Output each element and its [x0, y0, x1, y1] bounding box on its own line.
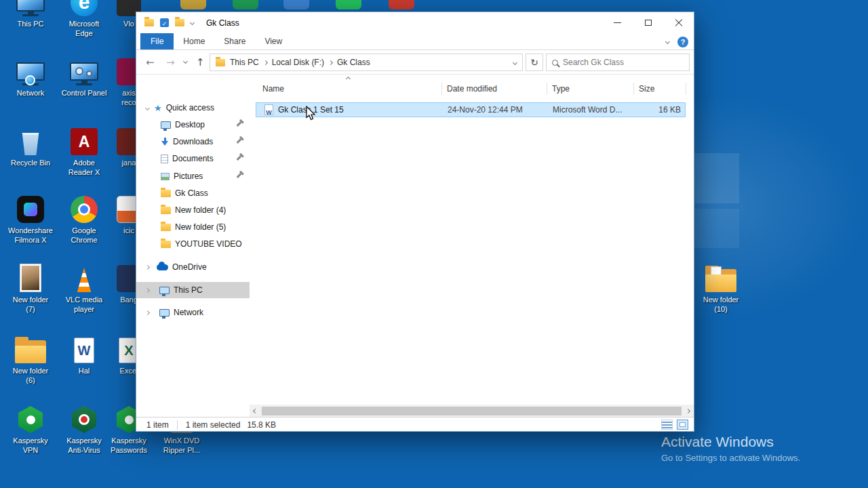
tab-home[interactable]: Home: [174, 33, 214, 49]
close-icon: [675, 19, 683, 27]
column-header-size[interactable]: Size: [639, 80, 654, 98]
edge-icon: [58, 0, 110, 16]
pin-icon: [237, 155, 242, 161]
expand-ribbon-icon[interactable]: [665, 39, 670, 44]
column-header-name[interactable]: Name: [262, 80, 284, 98]
tab-view[interactable]: View: [255, 33, 292, 49]
desktop-icon-this-pc[interactable]: This PC: [5, 0, 56, 28]
sidebar-item-desktop[interactable]: Desktop: [136, 117, 250, 133]
partial-desktop-icon[interactable]: [389, 0, 414, 9]
partial-desktop-icon[interactable]: [283, 0, 309, 9]
column-divider[interactable]: [441, 83, 442, 95]
desktop-icon-vlc[interactable]: VLC media player: [58, 262, 110, 314]
horizontal-scrollbar[interactable]: [250, 405, 694, 417]
desktop-icon-new-folder-7[interactable]: New folder (7): [5, 262, 56, 314]
tab-share[interactable]: Share: [214, 33, 255, 49]
back-button[interactable]: ←: [146, 56, 155, 68]
address-bar[interactable]: This PC Local Disk (F:) Gk Class: [210, 54, 523, 71]
desktop-icon-kaspersky-antivirus[interactable]: Kaspersky Anti-Virus: [58, 403, 110, 455]
help-icon[interactable]: [677, 37, 688, 47]
scroll-right-arrow-icon[interactable]: [682, 409, 694, 413]
breadcrumb-gk-class[interactable]: Gk Class: [337, 58, 370, 67]
file-row-selected[interactable]: Gk Class 1 Set 15 24-Nov-20 12:44 PM Mic…: [256, 102, 686, 117]
desktop-icon-chrome[interactable]: Google Chrome: [58, 193, 110, 245]
breadcrumb-separator-icon[interactable]: [328, 60, 333, 64]
breadcrumb-local-disk-f[interactable]: Local Disk (F:): [272, 58, 324, 67]
scrollbar-thumb[interactable]: [262, 407, 682, 415]
sidebar-item-new-folder-4[interactable]: New folder (4): [136, 202, 250, 218]
column-divider[interactable]: [633, 83, 634, 95]
partial-desktop-icon[interactable]: [180, 0, 206, 9]
tab-file[interactable]: File: [140, 33, 174, 49]
word-file-icon: [264, 104, 273, 115]
sidebar-item-new-folder-5[interactable]: New folder (5): [136, 219, 250, 235]
recycle-bin-icon: [5, 125, 56, 155]
chevron-right-icon[interactable]: [145, 310, 150, 314]
desktop-icon-network[interactable]: Network: [5, 56, 56, 98]
sidebar-item-quick-access[interactable]: ★ Quick access: [136, 100, 250, 116]
scroll-left-arrow-icon[interactable]: [250, 409, 261, 413]
pictures-icon: [161, 173, 170, 180]
sidebar-item-youtube-video[interactable]: YOUTUBE VIDEO: [136, 236, 250, 252]
recent-locations-icon[interactable]: [183, 59, 188, 64]
desktop-icon-new-folder-10[interactable]: New folder (10): [695, 262, 747, 314]
folder-icon: [695, 262, 747, 292]
qat-check-icon[interactable]: [160, 18, 169, 27]
desktop-icon-kaspersky-vpn[interactable]: Kaspersky VPN: [5, 403, 56, 455]
desktop-icon-filmora[interactable]: Wondershare Filmora X: [5, 193, 56, 245]
desktop-icon-label: New folder (7): [8, 295, 53, 314]
desktop-icon-hal[interactable]: Hal: [58, 333, 110, 375]
up-button[interactable]: ↑: [196, 56, 205, 68]
folder-mini-icon: [161, 241, 171, 248]
desktop-icon-edge[interactable]: Microsoft Edge: [58, 0, 110, 38]
quick-access-toolbar: [144, 18, 194, 27]
column-header-date-modified[interactable]: Date modified: [447, 80, 497, 98]
chevron-right-icon[interactable]: [145, 287, 150, 292]
sidebar-item-gk-class[interactable]: Gk Class: [136, 185, 250, 201]
desktop-icon-recycle-bin[interactable]: Recycle Bin: [5, 125, 56, 167]
breadcrumb-this-pc[interactable]: This PC: [230, 58, 259, 67]
desktop-icon-control-panel[interactable]: Control Panel: [58, 56, 110, 98]
desktop-icon-label: Recycle Bin: [5, 158, 56, 167]
chevron-right-icon[interactable]: [145, 264, 150, 269]
sidebar-item-downloads[interactable]: Downloads: [136, 134, 250, 150]
qat-folder-icon[interactable]: [175, 19, 184, 26]
search-icon: [552, 60, 558, 66]
partial-desktop-icon[interactable]: [336, 0, 361, 9]
column-divider[interactable]: [686, 83, 686, 95]
details-view-icon[interactable]: [661, 420, 673, 430]
maximize-button[interactable]: [633, 12, 663, 33]
minimize-button[interactable]: [602, 12, 633, 33]
documents-icon: [161, 155, 168, 163]
column-header-type[interactable]: Type: [552, 80, 570, 98]
sidebar-item-label: New folder (4): [175, 205, 226, 215]
search-input[interactable]: [563, 58, 684, 67]
activate-line1: Activate Windows: [661, 434, 800, 450]
ribbon-tab-bar: File Home Share View: [136, 33, 694, 50]
sidebar-item-documents[interactable]: Documents: [136, 150, 250, 167]
search-box: [546, 54, 690, 71]
desktop-icon-label: WinX DVD Ripper Pl...: [159, 436, 204, 455]
forward-button[interactable]: →: [166, 56, 175, 68]
chevron-down-icon[interactable]: [145, 105, 150, 110]
sidebar-item-this-pc[interactable]: This PC: [136, 282, 250, 298]
address-dropdown-icon[interactable]: [513, 60, 517, 64]
refresh-button[interactable]: ↻: [526, 54, 543, 71]
status-item-count: 1 item: [146, 420, 169, 430]
sidebar-item-network[interactable]: Network: [136, 304, 250, 321]
breadcrumb-separator-icon[interactable]: [263, 60, 268, 64]
close-button[interactable]: [663, 12, 694, 33]
sidebar-item-onedrive[interactable]: OneDrive: [136, 259, 250, 275]
desktop-icon-adobe-reader[interactable]: Adobe Reader X: [58, 125, 110, 177]
file-type: Microsoft Word D...: [553, 103, 622, 117]
activate-windows-watermark: Activate Windows Go to Settings to activ…: [661, 434, 800, 463]
qat-dropdown-icon[interactable]: [190, 20, 195, 25]
sidebar-item-label: Pictures: [174, 171, 203, 181]
column-divider[interactable]: [547, 83, 547, 95]
sidebar-item-pictures[interactable]: Pictures: [136, 168, 250, 184]
desktop-icon-new-folder-6[interactable]: New folder (6): [5, 333, 56, 385]
thumbnail-view-icon[interactable]: [677, 420, 688, 430]
partial-desktop-icon[interactable]: [233, 0, 258, 9]
desktop-icon-label: Control Panel: [58, 88, 110, 98]
window-folder-icon: [144, 19, 154, 26]
